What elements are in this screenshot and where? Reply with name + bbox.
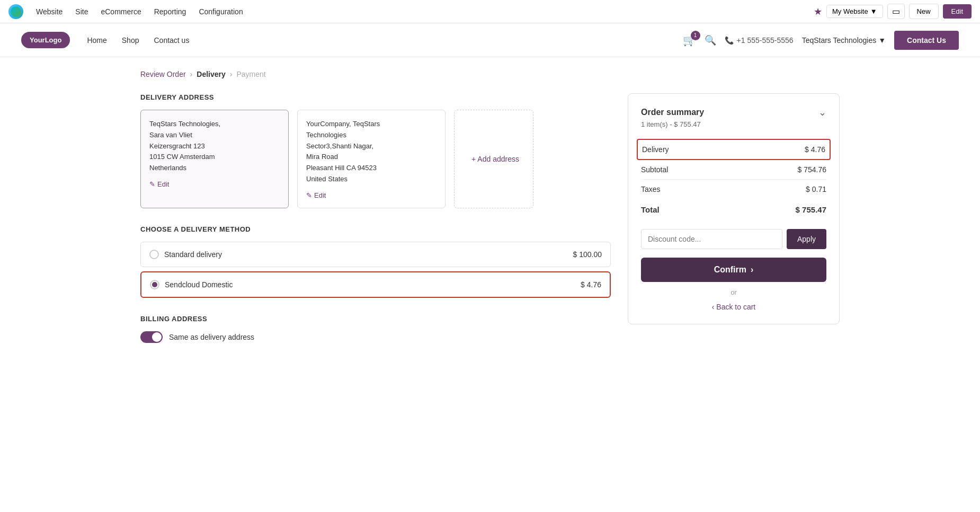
delivery-method-section: CHOOSE A DELIVERY METHOD Standard delive… [140,225,611,298]
delivery-option-sendcloud-label: Sendcloud Domestic [165,280,233,289]
content-main: DELIVERY ADDRESS TeqStars Technologies, … [140,93,611,360]
menu-website[interactable]: Website [30,3,69,20]
site-logo[interactable]: YourLogo [21,32,70,48]
company-chevron-icon: ▼ [878,36,886,45]
delivery-option-standard-left: Standard delivery [149,250,222,259]
confirm-button[interactable]: Confirm › [641,258,826,282]
subtotal-amount: $ 754.76 [798,165,827,174]
nav-home[interactable]: Home [87,36,106,45]
edit-button[interactable]: Edit [943,4,972,19]
website-nav: YourLogo Home Shop Contact us 🛒 1 🔍 📞 +1… [0,23,980,57]
add-address-label: + Add address [471,155,519,163]
breadcrumb-review-order[interactable]: Review Order [140,70,186,78]
new-button[interactable]: New [909,4,939,19]
billing-same-label: Same as delivery address [169,333,254,341]
discount-row: Apply [641,229,826,249]
radio-sendcloud [150,280,159,289]
favorite-button[interactable]: ★ [814,6,822,17]
back-to-cart[interactable]: ‹ Back to cart [641,303,826,311]
address-cards: TeqStars Technologies, Sara van Vliet Ke… [140,110,611,208]
breadcrumb: Review Order › Delivery › Payment [140,70,840,78]
nav-contact[interactable]: Contact us [154,36,189,45]
back-to-cart-link[interactable]: ‹ Back to cart [712,303,755,311]
billing-same-toggle[interactable] [140,331,163,343]
confirm-arrow-icon: › [751,265,753,275]
summary-subtotal-row: Subtotal $ 754.76 [641,160,826,180]
radio-standard [149,250,159,259]
delivery-label: Delivery [642,145,669,154]
addr2-line5: Pleasant Hill CA 94523 [306,163,436,174]
main-content: Review Order › Delivery › Payment DELIVE… [119,57,861,373]
breadcrumb-sep-2: › [230,70,233,78]
main-nav: Home Shop Contact us [87,36,189,45]
admin-bar-left: Website Site eCommerce Reporting Configu… [8,3,250,20]
addr2-line6: United States [306,174,436,185]
admin-menu: Website Site eCommerce Reporting Configu… [30,3,250,20]
device-toggle-button[interactable]: ▭ [887,4,905,19]
billing-same-toggle-row: Same as delivery address [140,331,611,343]
addr1-line4: 1015 CW Amsterdam [149,152,280,163]
menu-reporting[interactable]: Reporting [148,3,193,20]
order-summary: Order summary ⌄ 1 item(s) - $ 755.47 Del… [628,93,840,324]
search-button[interactable]: 🔍 [705,34,716,46]
discount-input[interactable] [641,229,782,249]
taxes-amount: $ 0.71 [806,185,826,193]
pencil-icon-2: ✎ [306,191,312,199]
addr1-edit-label: Edit [157,180,169,188]
or-divider: or [641,288,826,296]
subtotal-label: Subtotal [641,165,668,174]
breadcrumb-delivery: Delivery [197,70,225,78]
delivery-amount: $ 4.76 [805,145,825,154]
company-name: TeqStars Technologies [802,36,877,45]
cart-button[interactable]: 🛒 1 [683,34,696,47]
odoo-logo [8,4,23,19]
contact-us-button[interactable]: Contact Us [894,31,959,50]
addr2-line2: Technologies [306,130,436,141]
billing-address-section: BILLING ADDRESS Same as delivery address [140,315,611,343]
address-1-text: TeqStars Technologies, Sara van Vliet Ke… [149,119,280,174]
summary-title: Order summary [641,108,704,117]
summary-delivery-row: Delivery $ 4.76 [637,139,831,160]
confirm-label: Confirm [714,265,746,275]
apply-button[interactable]: Apply [787,229,826,249]
address-card-2[interactable]: YourCompany, TeqStars Technologies Secto… [297,110,446,208]
menu-configuration[interactable]: Configuration [192,3,249,20]
addr2-line4: Mira Road [306,152,436,163]
menu-ecommerce[interactable]: eCommerce [94,3,147,20]
phone-icon: 📞 [725,36,734,45]
addr2-edit-label: Edit [314,191,326,199]
delivery-option-standard-label: Standard delivery [164,250,222,259]
summary-taxes-row: Taxes $ 0.71 [641,180,826,199]
breadcrumb-payment: Payment [236,70,265,78]
delivery-option-standard[interactable]: Standard delivery $ 100.00 [140,242,611,267]
summary-total-row: Total $ 755.47 [641,199,826,220]
total-label: Total [641,205,660,214]
addr2-line3: Sector3,Shanti Nagar, [306,141,436,152]
delivery-option-sendcloud-price: $ 4.76 [581,280,601,289]
summary-items-count: 1 item(s) - $ 755.47 [641,120,826,128]
pencil-icon-1: ✎ [149,180,155,188]
delivery-option-sendcloud[interactable]: Sendcloud Domestic $ 4.76 [140,271,611,298]
address-card-1[interactable]: TeqStars Technologies, Sara van Vliet Ke… [140,110,289,208]
logo-area: YourLogo [21,32,70,48]
addr1-line2: Sara van Vliet [149,130,280,141]
addr2-edit-link[interactable]: ✎ Edit [306,191,436,199]
delivery-method-header: CHOOSE A DELIVERY METHOD [140,225,611,233]
addr1-line1: TeqStars Technologies, [149,119,280,130]
content-layout: DELIVERY ADDRESS TeqStars Technologies, … [140,93,840,360]
my-website-button[interactable]: My Website ▼ [826,5,883,18]
admin-bar: Website Site eCommerce Reporting Configu… [0,0,980,23]
phone-number: +1 555-555-5556 [737,36,794,45]
addr1-line3: Keizersgracht 123 [149,141,280,152]
add-address-card[interactable]: + Add address [454,110,533,208]
company-selector[interactable]: TeqStars Technologies ▼ [802,36,886,45]
nav-shop[interactable]: Shop [122,36,139,45]
order-summary-sidebar: Order summary ⌄ 1 item(s) - $ 755.47 Del… [628,93,840,360]
addr1-edit-link[interactable]: ✎ Edit [149,180,280,188]
cart-count-badge: 1 [691,31,700,40]
breadcrumb-sep-1: › [190,70,193,78]
menu-site[interactable]: Site [69,3,94,20]
chevron-down-icon: ▼ [870,7,877,15]
summary-chevron-icon[interactable]: ⌄ [818,107,826,118]
nav-right: 🛒 1 🔍 📞 +1 555-555-5556 TeqStars Technol… [683,31,959,50]
